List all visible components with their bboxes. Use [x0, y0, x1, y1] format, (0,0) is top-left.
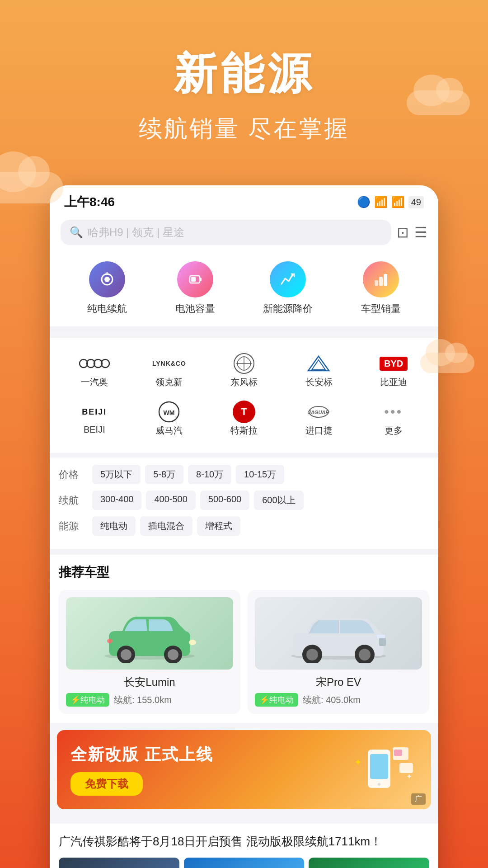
svg-rect-7 [375, 280, 378, 286]
more-logo: ••• [378, 403, 409, 421]
dongfeng-logo [228, 354, 260, 373]
wm-logo: WM [153, 403, 185, 421]
brand-item-wm[interactable]: WM 威马汽 [132, 396, 207, 444]
car-card-lumin[interactable]: 长安Lumin ⚡纯电动 续航: 155.0km [59, 590, 240, 714]
lumin-car-svg [95, 604, 204, 663]
banner[interactable]: 全新改版 正式上线 免费下载 ✦ ✦ 广 [57, 730, 431, 809]
brand-item-lynk[interactable]: LYNK&CO 领克新 [132, 347, 207, 396]
song-image [255, 597, 422, 670]
quick-nav-item-battery[interactable]: 电池容量 [175, 261, 215, 316]
banner-button[interactable]: 免费下载 [70, 772, 143, 796]
status-bar: 上午8:46 🔵 📶 📶 49 [50, 185, 438, 215]
brand-item-jaguar[interactable]: JAGUAR 进口捷 [282, 396, 357, 444]
recommend-title: 推荐车型 [59, 564, 429, 581]
price-tag-1[interactable]: 5万以下 [92, 465, 141, 484]
brand-item-more[interactable]: ••• 更多 [356, 396, 431, 444]
svg-rect-40 [394, 750, 402, 756]
ad-label: 广 [411, 793, 426, 805]
car-card-song[interactable]: 宋Pro EV ⚡纯电动 续航: 405.0km [248, 590, 429, 714]
brand-item-dongfeng[interactable]: 东风标 [206, 347, 282, 396]
banner-title: 全新改版 正式上线 [70, 744, 213, 766]
price-tags: 5万以下 5-8万 8-10万 10-15万 [92, 465, 284, 484]
svg-rect-35 [377, 635, 385, 638]
hero-subtitle: 续航销量 尽在掌握 [18, 113, 470, 145]
lynk-logo: LYNK&CO [153, 354, 185, 373]
tesla-logo: T [228, 403, 260, 421]
banner-illustration: ✦ ✦ [354, 745, 418, 795]
brand-item-audi[interactable]: 一汽奥 [57, 347, 132, 396]
energy-tag-2[interactable]: 插电混合 [140, 516, 192, 536]
song-car-svg [284, 604, 393, 663]
range-label: 纯电续航 [87, 302, 127, 316]
signal-icon: 📶 [374, 196, 388, 208]
svg-rect-9 [384, 274, 387, 286]
divider-3 [50, 549, 438, 554]
svg-text:✦: ✦ [354, 757, 362, 767]
divider-1 [50, 326, 438, 331]
wifi-icon: 📶 [391, 196, 405, 208]
jaguar-logo: JAGUAR [303, 403, 335, 421]
car-cards: 长安Lumin ⚡纯电动 续航: 155.0km [59, 590, 429, 714]
more-name: 更多 [385, 425, 403, 437]
svg-point-31 [306, 649, 318, 660]
menu-icon[interactable]: ☰ [414, 224, 427, 241]
news-image-3[interactable]: 影酷 首订 半个月 订单 [309, 858, 429, 868]
lumin-meta: ⚡纯电动 续航: 155.0km [66, 693, 233, 707]
range-tag-4[interactable]: 600以上 [254, 491, 303, 510]
dongfeng-name: 东风标 [230, 376, 258, 388]
cloud-left [0, 172, 63, 203]
hero-title: 新能源 [18, 45, 470, 104]
energy-label: 能源 [59, 519, 86, 533]
brand-item-changan[interactable]: 长安标 [282, 347, 357, 396]
search-icon: 🔍 [70, 226, 83, 239]
news-image-1[interactable]: 影酷 一箱油征服坦克拉玛干 1711 3.1L/100km [59, 858, 179, 868]
search-bar: 🔍 哈弗H9 | 领克 | 星途 ⊡ ☰ [50, 215, 438, 252]
range-filter-label: 续航 [59, 494, 86, 507]
divider-2 [50, 453, 438, 458]
range-tag-1[interactable]: 300-400 [92, 491, 141, 510]
status-icons: 🔵 📶 📶 49 [357, 196, 424, 208]
sales-label: 车型销量 [361, 302, 401, 316]
range-tags: 300-400 400-500 500-600 600以上 [92, 491, 304, 510]
changan-logo [303, 354, 335, 373]
brand-item-tesla[interactable]: T 特斯拉 [206, 396, 282, 444]
filter-row-price: 价格 5万以下 5-8万 8-10万 10-15万 [59, 465, 429, 484]
svg-rect-37 [370, 754, 388, 779]
brand-item-beiji[interactable]: BEIJI BEIJI [57, 396, 132, 444]
song-range: 续航: 405.0km [303, 694, 361, 706]
recommend-section: 推荐车型 [50, 555, 438, 723]
range-icon [89, 261, 125, 297]
price-tag-4[interactable]: 10-15万 [236, 465, 284, 484]
lumin-badge: ⚡纯电动 [66, 693, 109, 707]
news-image-2[interactable]: 一箱油征省坦克拉玛干 1285 4.28 [184, 858, 305, 868]
range-tag-3[interactable]: 500-600 [200, 491, 249, 510]
svg-point-21 [121, 649, 131, 660]
svg-text:WM: WM [164, 409, 175, 416]
search-input-wrap[interactable]: 🔍 哈弗H9 | 领克 | 星途 [61, 220, 391, 245]
battery-label: 电池容量 [175, 302, 215, 316]
song-meta: ⚡纯电动 续航: 405.0km [255, 693, 422, 707]
filter-section: 价格 5万以下 5-8万 8-10万 10-15万 续航 300-400 400… [50, 458, 438, 549]
news-images: 影酷 一箱油征服坦克拉玛干 1711 3.1L/100km 一箱油征省坦克拉玛干… [59, 858, 429, 868]
range-tag-2[interactable]: 400-500 [146, 491, 195, 510]
price-tag-2[interactable]: 5-8万 [145, 465, 183, 484]
scan-icon[interactable]: ⊡ [397, 224, 409, 241]
energy-tags: 纯电动 插电混合 增程式 [92, 516, 240, 536]
beiji-logo: BEIJI [79, 403, 110, 421]
byd-name: 比亚迪 [380, 376, 407, 388]
search-placeholder: 哈弗H9 | 领克 | 星途 [88, 225, 184, 240]
svg-point-38 [378, 783, 380, 786]
filter-row-range: 续航 300-400 400-500 500-600 600以上 [59, 491, 429, 510]
energy-tag-3[interactable]: 增程式 [197, 516, 240, 536]
quick-nav-item-sales[interactable]: 车型销量 [361, 261, 401, 316]
brand-item-byd[interactable]: BYD 比亚迪 [356, 347, 431, 396]
lumin-name: 长安Lumin [66, 675, 233, 689]
price-tag-3[interactable]: 8-10万 [188, 465, 231, 484]
lumin-image [66, 597, 233, 670]
quick-nav-item-deal[interactable]: 新能源降价 [263, 261, 313, 316]
quick-nav: 纯电续航 电池容量 新能源降价 [50, 252, 438, 326]
wm-name: 威马汽 [155, 425, 183, 437]
quick-nav-item-range[interactable]: 纯电续航 [87, 261, 127, 316]
energy-tag-1[interactable]: 纯电动 [92, 516, 136, 536]
svg-rect-34 [379, 638, 386, 646]
